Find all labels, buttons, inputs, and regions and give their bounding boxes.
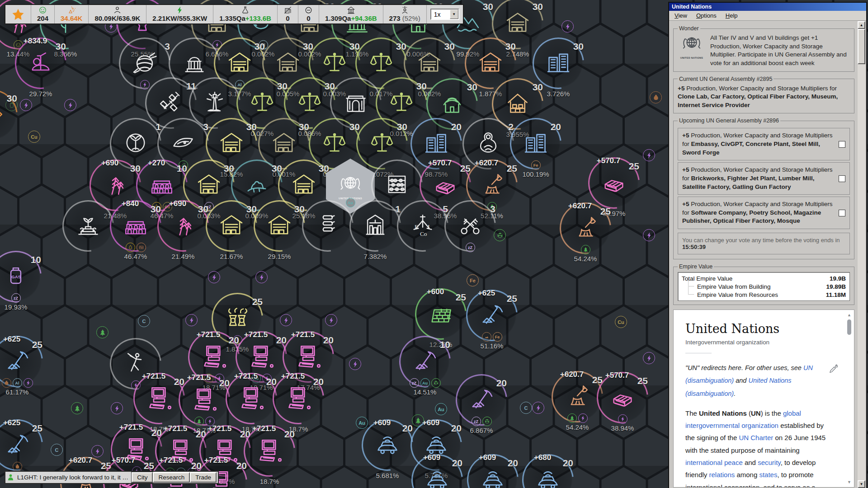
scroll-down-icon[interactable]: ▼ xyxy=(846,479,852,485)
panel-scroll-down[interactable]: ▼ xyxy=(858,480,865,488)
current-assembly-section: Current UN General Assembly #2895 +5 Pro… xyxy=(673,76,854,114)
map-tile-petra[interactable]: 17.382% xyxy=(349,200,401,252)
tree-badge[interactable] xyxy=(71,402,83,414)
empire-value-row[interactable]: Empire Value from Building19.89B xyxy=(681,282,847,291)
map-tile-pickaxe[interactable]: +6252557.75% xyxy=(0,419,43,471)
map-tile-car[interactable]: +68020 xyxy=(522,454,574,488)
Cu-badge[interactable]: Cu xyxy=(28,131,40,143)
bolt-badge[interactable] xyxy=(208,271,220,283)
bolt-badge[interactable] xyxy=(532,402,544,414)
bolt-badge[interactable] xyxy=(280,314,292,326)
science-indicator[interactable]: 1.335Qa+133.6B xyxy=(213,5,278,23)
map-tile-pump[interactable]: +834.93029.72% xyxy=(14,37,67,89)
scroll-thumb[interactable] xyxy=(847,319,851,335)
map-tile-computer[interactable]: +721.52018.71% xyxy=(178,374,231,426)
map-tile-computer[interactable]: +721.52018.7% xyxy=(272,372,325,425)
map-tile-lumber[interactable]: +570.72538.94% xyxy=(596,371,649,424)
map-tile-pickaxe[interactable]: +62525Fe51.16% xyxy=(466,289,518,342)
map-tile-car[interactable]: +609205.681% xyxy=(361,419,414,471)
favorites-indicator[interactable] xyxy=(5,5,31,23)
menu-view[interactable]: View xyxy=(675,12,687,19)
vote-option-2[interactable]: +5 Production, Worker Capacity and Stora… xyxy=(678,162,850,195)
map-tile-warehouse[interactable]: 3029.15% xyxy=(253,200,306,252)
map-tile-car[interactable]: +60920 xyxy=(467,454,519,488)
empire-value-row[interactable]: Empire Value from Resources11.18M xyxy=(681,291,847,299)
paragraph-link[interactable]: states xyxy=(759,471,777,479)
vote-checkbox-1[interactable] xyxy=(839,141,845,148)
vote-checkbox-2[interactable] xyxy=(839,175,845,182)
map-tile-computer[interactable]: +721.52018.7% xyxy=(225,372,278,425)
map-tile-stump[interactable]: +620.72554.24% xyxy=(551,371,604,423)
bolt-badge[interactable] xyxy=(561,20,574,33)
workers-indicator[interactable]: 273 (52%) xyxy=(383,5,427,23)
bolt-badge[interactable] xyxy=(91,445,104,457)
C-badge[interactable]: C xyxy=(51,444,63,456)
map-tile-pickaxe[interactable]: 20zZ6.867% xyxy=(455,374,508,426)
empire-value-row[interactable]: Total Empire Value19.9B xyxy=(681,274,847,282)
map-tile-pickaxe[interactable]: 10zZAu14.51% xyxy=(399,335,451,388)
vote-checkbox-3[interactable] xyxy=(839,210,845,216)
Cu-badge[interactable]: Cu xyxy=(615,316,627,328)
bolt-badge[interactable] xyxy=(643,229,655,241)
map-tile-computer[interactable]: +721.52018.7% xyxy=(243,425,296,477)
bolt-badge[interactable] xyxy=(255,271,268,283)
bolt-badge[interactable] xyxy=(643,149,655,161)
paragraph-link[interactable]: relations xyxy=(709,471,735,479)
sack-badge[interactable] xyxy=(650,91,662,103)
map-tile-wheat[interactable]: +6903021.49% xyxy=(157,200,209,252)
menu-help[interactable]: Help xyxy=(726,12,738,19)
map-tile-car[interactable]: +60920 xyxy=(411,454,463,488)
paragraph-link[interactable]: UN Charter xyxy=(739,434,773,441)
panel-scroll-thumb[interactable] xyxy=(858,29,865,64)
C-badge[interactable]: C xyxy=(520,402,532,414)
bolt-badge[interactable] xyxy=(64,99,76,111)
map-tile-warehouse[interactable]: 3021.67% xyxy=(205,200,258,252)
panel-scroll-up[interactable]: ▲ xyxy=(858,21,865,29)
bolt-badge[interactable] xyxy=(349,358,361,370)
Au-badge[interactable]: Au xyxy=(435,403,447,415)
tile-count: 30 xyxy=(573,41,584,52)
tree-badge[interactable] xyxy=(96,326,108,338)
wiki-article: United Nations Intergovernmental organiz… xyxy=(673,310,854,488)
population-indicator[interactable]: 80.09K/636.9K xyxy=(89,5,146,23)
map-tile-stump[interactable]: +620.72554.24% xyxy=(559,202,612,254)
map-tile-eic[interactable]: 5 xyxy=(396,200,449,252)
vote-option-1[interactable]: +5 Production, Worker Capacity and Stora… xyxy=(678,128,850,160)
paragraph-link[interactable]: security xyxy=(758,459,781,466)
bolt-badge[interactable] xyxy=(325,314,337,326)
speed-select[interactable]: 1x▼ xyxy=(430,9,459,20)
map-tile-brickwall[interactable]: +6002512.26% xyxy=(415,288,467,340)
disabled-buildings-indicator[interactable]: 0 xyxy=(278,5,298,23)
map-tile-computer[interactable]: +721.52018.7% xyxy=(133,372,185,425)
map-tile-gardens[interactable] xyxy=(62,200,114,252)
map-tile-crestlions[interactable] xyxy=(302,200,354,252)
scroll-up-icon[interactable]: ▲ xyxy=(846,312,852,318)
panel-scrollbar[interactable]: ▲ ▼ xyxy=(858,21,865,488)
menu-options[interactable]: Options xyxy=(696,12,717,19)
map-tile-aqueduct[interactable]: +8403046.47% xyxy=(109,200,162,252)
map-tile-gastank[interactable]: 10zZ19.93% xyxy=(0,250,42,303)
chevron-down-icon[interactable]: ▼ xyxy=(450,9,458,19)
article-scrollbar[interactable]: ▲ ▼ xyxy=(846,312,852,485)
bolt-badge[interactable] xyxy=(20,99,32,111)
Fe-badge[interactable]: Fe xyxy=(467,274,479,286)
map-tile-keys[interactable]: 3zZ xyxy=(444,200,496,252)
bolt-badge[interactable] xyxy=(111,402,123,414)
nav-button-city[interactable]: City xyxy=(132,472,153,483)
edit-protected-icon[interactable] xyxy=(829,364,839,374)
culture-indicator[interactable]: 34.64K xyxy=(55,5,89,23)
vote-option-3[interactable]: +5 Production, Worker Capacity and Stora… xyxy=(678,197,850,229)
banned-indicator[interactable]: 0 xyxy=(298,5,319,23)
money-indicator[interactable]: 1.309Qa+94.36B xyxy=(319,5,383,23)
chat-message[interactable]: L1GHT: I generally look forward to it, i… xyxy=(17,474,129,481)
tile-count: 30 xyxy=(444,41,455,52)
nav-button-research[interactable]: Research xyxy=(153,472,190,483)
map-tile-pickaxe[interactable]: +62525Al61.17% xyxy=(0,335,43,388)
happiness-indicator[interactable]: 204 xyxy=(31,5,55,23)
nav-button-trade[interactable]: Trade xyxy=(190,472,217,483)
bolt-badge[interactable] xyxy=(185,314,198,326)
paragraph-link[interactable]: international peace xyxy=(685,459,743,466)
power-indicator[interactable]: 2.21KW/555.3KW xyxy=(146,5,213,23)
C-badge[interactable]: C xyxy=(138,315,150,327)
bolt-badge[interactable] xyxy=(643,352,655,364)
